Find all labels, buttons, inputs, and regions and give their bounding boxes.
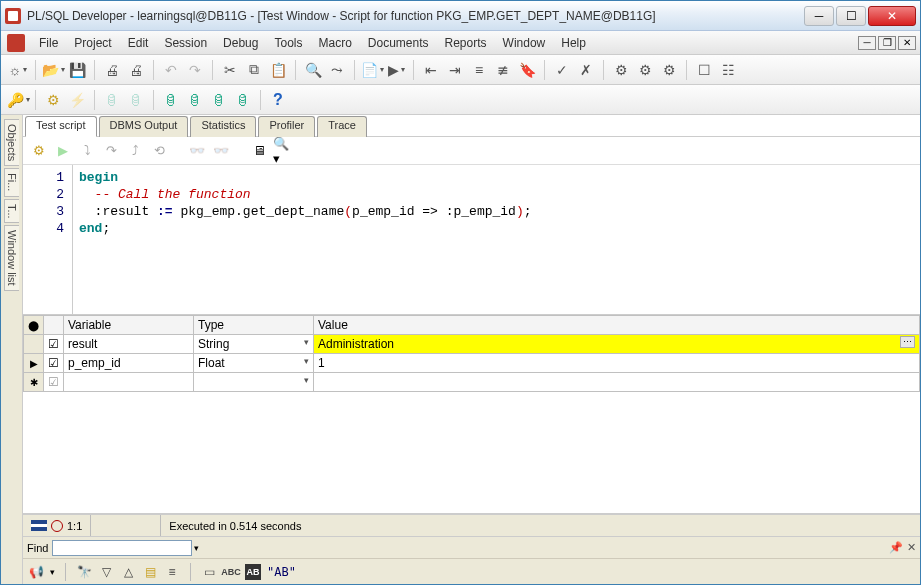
copy-button[interactable]: ⧉ xyxy=(243,59,265,81)
tab-test-script[interactable]: Test script xyxy=(25,116,97,137)
mdi-close-button[interactable]: ✕ xyxy=(898,36,916,50)
col-header-value[interactable]: Value xyxy=(314,316,920,335)
flash-button[interactable]: ⚡ xyxy=(66,89,88,111)
db-5-button[interactable]: 🛢 xyxy=(208,89,230,111)
explain-plan-button[interactable]: 📄 xyxy=(361,59,383,81)
mdi-restore-button[interactable]: ❐ xyxy=(878,36,896,50)
side-tab-templates[interactable]: T... xyxy=(4,199,19,224)
code-editor[interactable]: 1 2 3 4 begin -- Call the function :resu… xyxy=(23,165,920,315)
cell-type[interactable]: Float xyxy=(194,354,314,373)
step-into-icon[interactable]: ⤵ xyxy=(77,141,97,161)
cut-button[interactable]: ✂ xyxy=(219,59,241,81)
abc-dark-icon[interactable]: AB xyxy=(245,564,261,580)
undo-button[interactable]: ↶ xyxy=(160,59,182,81)
tab-statistics[interactable]: Statistics xyxy=(190,116,256,137)
step-over-icon[interactable]: ↷ xyxy=(101,141,121,161)
db-4-button[interactable]: 🛢 xyxy=(184,89,206,111)
cell-variable[interactable]: p_emp_id xyxy=(64,354,194,373)
tool-2-button[interactable]: ⚙ xyxy=(634,59,656,81)
db-3-button[interactable]: 🛢 xyxy=(160,89,182,111)
gear-small-icon[interactable]: ⚙ xyxy=(29,141,49,161)
find-input[interactable] xyxy=(52,540,192,556)
close-icon[interactable]: ✕ xyxy=(907,541,916,554)
form-icon[interactable]: ▭ xyxy=(201,564,217,580)
cell-type-empty[interactable] xyxy=(194,373,314,392)
indent-right-button[interactable]: ⇥ xyxy=(444,59,466,81)
indent-left-button[interactable]: ⇤ xyxy=(420,59,442,81)
menu-file[interactable]: File xyxy=(31,34,66,52)
commit-button[interactable]: ✓ xyxy=(551,59,573,81)
paste-button[interactable]: 📋 xyxy=(267,59,289,81)
menu-edit[interactable]: Edit xyxy=(120,34,157,52)
variables-grid[interactable]: ⬤ Variable Type Value ☑ result String Ad… xyxy=(23,315,920,392)
quoted-text[interactable]: "AB" xyxy=(267,565,296,579)
tab-trace[interactable]: Trace xyxy=(317,116,367,137)
cell-value-empty[interactable] xyxy=(314,373,920,392)
db-2-button[interactable]: 🛢 xyxy=(125,89,147,111)
menu-window[interactable]: Window xyxy=(495,34,554,52)
close-button[interactable]: ✕ xyxy=(868,6,916,26)
binoculars-icon[interactable]: 🔭 xyxy=(76,564,92,580)
menu-session[interactable]: Session xyxy=(156,34,215,52)
col-header-variable[interactable]: Variable xyxy=(64,316,194,335)
tool-3-button[interactable]: ⚙ xyxy=(658,59,680,81)
key-button[interactable]: 🔑 xyxy=(7,89,29,111)
col-header-rowstatus[interactable]: ⬤ xyxy=(24,316,44,335)
list-icon[interactable]: ≡ xyxy=(164,564,180,580)
cell-variable[interactable]: result xyxy=(64,335,194,354)
tab-profiler[interactable]: Profiler xyxy=(258,116,315,137)
menu-macro[interactable]: Macro xyxy=(310,34,359,52)
maximize-button[interactable]: ☐ xyxy=(836,6,866,26)
comment-button[interactable]: ≡ xyxy=(468,59,490,81)
menu-documents[interactable]: Documents xyxy=(360,34,437,52)
execute-button[interactable]: ▶ xyxy=(385,59,407,81)
cell-variable-empty[interactable] xyxy=(64,373,194,392)
glasses2-icon[interactable]: 👓 xyxy=(211,141,231,161)
menu-tools[interactable]: Tools xyxy=(266,34,310,52)
zoom-dropdown-icon[interactable]: 🔍▾ xyxy=(273,141,293,161)
cascade-button[interactable]: ☐ xyxy=(693,59,715,81)
tab-dbms-output[interactable]: DBMS Output xyxy=(99,116,189,137)
new-button[interactable]: ☼ xyxy=(7,59,29,81)
col-header-check[interactable] xyxy=(44,316,64,335)
menu-project[interactable]: Project xyxy=(66,34,119,52)
app-menu-icon[interactable] xyxy=(7,34,25,52)
up-chevron-icon[interactable]: △ xyxy=(120,564,136,580)
row-checkbox[interactable]: ☑ xyxy=(44,354,64,373)
menu-debug[interactable]: Debug xyxy=(215,34,266,52)
print-setup-button[interactable]: 🖨 xyxy=(125,59,147,81)
col-header-type[interactable]: Type xyxy=(194,316,314,335)
find-button[interactable]: 🔍 xyxy=(302,59,324,81)
cell-value[interactable]: 1 xyxy=(314,354,920,373)
redo-button[interactable]: ↷ xyxy=(184,59,206,81)
glasses-icon[interactable]: 👓 xyxy=(187,141,207,161)
uncomment-button[interactable]: ≢ xyxy=(492,59,514,81)
abc-icon[interactable]: ABC xyxy=(223,564,239,580)
side-tab-objects[interactable]: Objects xyxy=(4,119,19,166)
code-area[interactable]: begin -- Call the function :result := pk… xyxy=(73,165,920,314)
highlight-icon[interactable]: ▤ xyxy=(142,564,158,580)
run-to-cursor-icon[interactable]: ⟲ xyxy=(149,141,169,161)
db-6-button[interactable]: 🛢 xyxy=(232,89,254,111)
open-button[interactable]: 📂 xyxy=(42,59,64,81)
db-1-button[interactable]: 🛢 xyxy=(101,89,123,111)
tile-button[interactable]: ☷ xyxy=(717,59,739,81)
side-tab-window-list[interactable]: Window list xyxy=(4,225,19,291)
run-icon[interactable]: ▶ xyxy=(53,141,73,161)
cell-type[interactable]: String xyxy=(194,335,314,354)
tool-1-button[interactable]: ⚙ xyxy=(610,59,632,81)
find-dropdown-icon[interactable]: ▾ xyxy=(194,543,199,553)
find-next-button[interactable]: ⤳ xyxy=(326,59,348,81)
menu-help[interactable]: Help xyxy=(553,34,594,52)
minimize-button[interactable]: ─ xyxy=(804,6,834,26)
bullhorn-icon[interactable]: 📢 xyxy=(29,565,44,579)
pin-icon[interactable]: 📌 xyxy=(889,541,903,554)
cell-value-highlighted[interactable]: Administration xyxy=(314,335,920,354)
step-out-icon[interactable]: ⤴ xyxy=(125,141,145,161)
menu-reports[interactable]: Reports xyxy=(437,34,495,52)
monitor-icon[interactable]: 🖥 xyxy=(249,141,269,161)
bookmark-button[interactable]: 🔖 xyxy=(516,59,538,81)
rollback-button[interactable]: ✗ xyxy=(575,59,597,81)
down-chevron-icon[interactable]: ▽ xyxy=(98,564,114,580)
bullhorn-dropdown[interactable]: ▾ xyxy=(50,567,55,577)
